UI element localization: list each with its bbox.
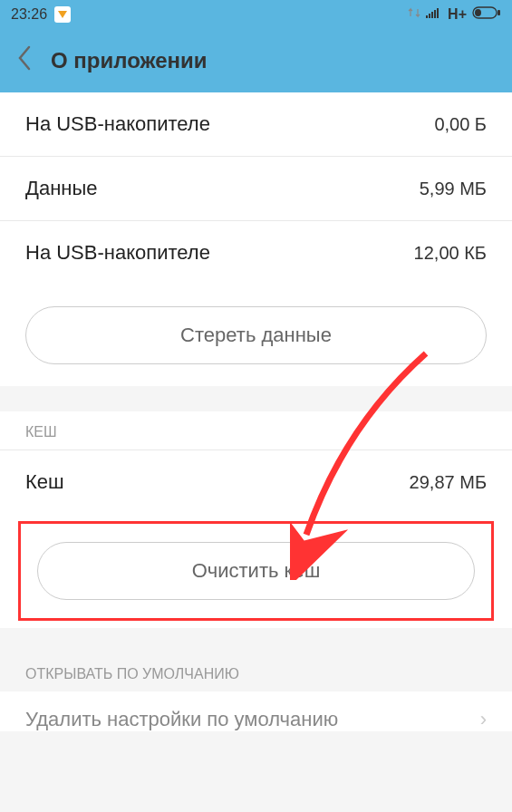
reset-defaults-label: Удалить настройки по умолчанию: [25, 708, 338, 731]
svg-rect-4: [437, 8, 439, 18]
storage-row-usb2[interactable]: На USB-накопителе 12,00 КБ: [0, 221, 512, 285]
clear-cache-button[interactable]: Очистить кеш: [37, 542, 475, 600]
app-header: О приложении: [0, 29, 512, 92]
cache-label: Кеш: [25, 470, 64, 494]
data-transfer-icon: [408, 6, 420, 23]
svg-rect-7: [475, 9, 481, 16]
back-icon[interactable]: [16, 45, 33, 77]
main-content: На USB-накопителе 0,00 Б Данные 5,99 МБ …: [0, 92, 512, 731]
storage-value: 0,00 Б: [434, 114, 487, 135]
storage-label: На USB-накопителе: [25, 112, 210, 136]
status-time: 23:26: [11, 6, 47, 23]
storage-label: Данные: [25, 177, 97, 200]
reset-defaults-row[interactable]: Удалить настройки по умолчанию ›: [0, 691, 512, 731]
cache-row[interactable]: Кеш 29,87 МБ: [0, 450, 512, 514]
storage-label: На USB-накопителе: [25, 241, 210, 265]
storage-row-usb1[interactable]: На USB-накопителе 0,00 Б: [0, 92, 512, 157]
page-title: О приложении: [51, 48, 208, 73]
network-label: H+: [448, 6, 467, 23]
svg-rect-3: [434, 10, 436, 18]
section-cache-header: КЕШ: [0, 411, 512, 450]
clear-data-label: Стереть данные: [180, 324, 332, 346]
storage-value: 5,99 МБ: [420, 179, 487, 199]
cache-value: 29,87 МБ: [410, 472, 487, 493]
clear-data-button[interactable]: Стереть данные: [25, 306, 487, 364]
svg-rect-0: [426, 15, 428, 18]
battery-icon: [472, 6, 501, 23]
section-defaults-header: ОТКРЫВАТЬ ПО УМОЛЧАНИЮ: [0, 653, 512, 691]
clear-cache-label: Очистить кеш: [192, 559, 321, 582]
storage-value: 12,00 КБ: [414, 243, 487, 264]
status-bar: 23:26 H+: [0, 0, 512, 29]
svg-rect-1: [429, 14, 430, 18]
annotation-highlight-box: Очистить кеш: [18, 521, 494, 621]
svg-rect-6: [498, 10, 500, 15]
storage-row-data[interactable]: Данные 5,99 МБ: [0, 157, 512, 221]
chevron-right-icon: ›: [480, 708, 487, 731]
app-notification-icon: [54, 6, 71, 23]
signal-icon: [426, 6, 442, 23]
svg-rect-2: [431, 12, 433, 18]
